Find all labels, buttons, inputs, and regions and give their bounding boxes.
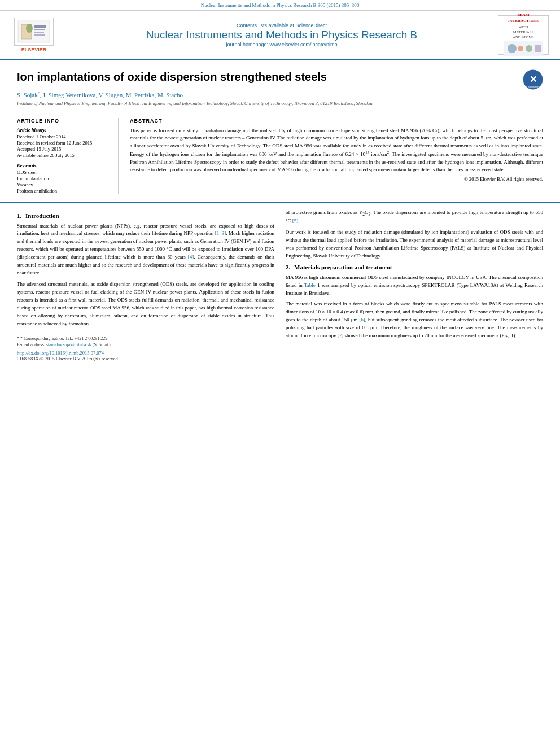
intro-para-1: Structural materials of nuclear power pl… <box>17 222 274 278</box>
available-date: Available online 28 July 2015 <box>17 152 111 158</box>
intro-title: Introduction <box>25 212 59 219</box>
footnote-email: E-mail address: stanislav.sojak@stuba.sk… <box>17 342 274 348</box>
keyword-3: Vacancy <box>17 182 111 187</box>
elsevier-logo: ELSEVIER <box>11 18 56 53</box>
authors-line: S. Sojak*, J. Simeg Veternikova, V. Slug… <box>17 91 543 98</box>
journal-homepage: journal homepage: www.elsevier.com/locat… <box>65 42 498 47</box>
email-label: E-mail address: <box>17 342 45 347</box>
keyword-2: Ion implantation <box>17 176 111 181</box>
abstract-heading: ABSTRACT <box>130 118 543 124</box>
journal-title-block: Contents lists available at ScienceDirec… <box>65 23 498 48</box>
journal-ref-text: Nuclear Instruments and Methods in Physi… <box>201 2 359 8</box>
crossmark-badge: ✕ CrossMark <box>523 69 543 91</box>
homepage-url: www.elsevier.com/locate/nimb <box>270 42 338 47</box>
accepted-date: Accepted 15 July 2015 <box>17 146 111 152</box>
sciencedirect-name: ScienceDirect <box>296 23 327 28</box>
keywords-label: Keywords: <box>17 163 111 168</box>
intro-heading: 1. Introduction <box>17 212 274 219</box>
history-label: Article history: <box>17 127 111 133</box>
footnote-section: * * Corresponding author. Tel.: +421 2 6… <box>17 333 274 361</box>
corresponding-star: * <box>38 91 40 95</box>
copyright-notice: © 2015 Elsevier B.V. All rights reserved… <box>130 176 543 182</box>
email-attribution: (S. Sojak). <box>93 342 112 347</box>
keyword-4: Positron annihilation <box>17 188 111 194</box>
journal-header: ELSEVIER Contents lists available at Sci… <box>0 11 560 60</box>
svg-rect-11 <box>535 45 541 52</box>
intro-number: 1. <box>17 212 21 219</box>
ref-6[interactable]: [6] <box>359 317 365 322</box>
svg-rect-4 <box>34 29 45 30</box>
materials-heading: 2. Materials preparation and treatment <box>286 264 543 270</box>
svg-point-9 <box>518 46 523 51</box>
svg-point-8 <box>508 44 517 53</box>
sciencedirect-line: Contents lists available at ScienceDirec… <box>65 23 498 28</box>
keywords-section: Keywords: ODS steel Ion implantation Vac… <box>17 163 111 194</box>
email-address[interactable]: stanislav.sojak@stuba.sk <box>46 342 91 347</box>
article-info-section: ARTICLE INFO Article history: Received 1… <box>17 118 119 194</box>
materials-title: Materials preparation and treatment <box>294 264 392 270</box>
svg-rect-6 <box>34 34 45 36</box>
abstract-text: This paper is focused on a study of radi… <box>130 127 543 174</box>
ref-7[interactable]: [7] <box>338 333 344 338</box>
affiliation: Institute of Nuclear and Physical Engine… <box>17 101 543 107</box>
svg-rect-3 <box>34 25 46 28</box>
footnote-star-text: * * Corresponding author. Tel.: +421 2 6… <box>17 335 274 342</box>
svg-rect-5 <box>34 32 44 33</box>
article-info-abstract: ARTICLE INFO Article history: Received 1… <box>17 113 543 194</box>
materials-para-1: MA 956 is high chromium commercial ODS s… <box>286 274 543 298</box>
svg-point-2 <box>26 24 33 33</box>
article-title: Ion implantations of oxide dispersion st… <box>17 71 517 84</box>
issn-text: 0168-583X/© 2015 Elsevier B.V. All right… <box>17 356 274 361</box>
article-body: Ion implantations of oxide dispersion st… <box>0 60 560 200</box>
authors-text: S. Sojak*, J. Simeg Veternikova, V. Slug… <box>17 91 183 98</box>
contents-text: Contents lists available at <box>237 23 294 28</box>
materials-para-2: The material was received in a form of b… <box>286 300 543 340</box>
right-intro-para-2: Our work is focused on the study of radi… <box>286 229 543 260</box>
ref-5[interactable]: [5] <box>292 218 299 224</box>
materials-number: 2. <box>286 264 290 270</box>
ref-4[interactable]: [4] <box>188 254 194 260</box>
doi-links: http://dx.doi.org/10.1016/j.nimb.2015.07… <box>17 350 274 361</box>
homepage-label: journal homepage: <box>226 42 268 47</box>
elsevier-logo-image <box>14 18 54 46</box>
doi-url[interactable]: http://dx.doi.org/10.1016/j.nimb.2015.07… <box>17 350 274 356</box>
keyword-1: ODS steel <box>17 169 111 175</box>
title-row: Ion implantations of oxide dispersion st… <box>17 66 543 91</box>
abstract-section: ABSTRACT This paper is focused on a stud… <box>130 118 543 194</box>
svg-text:✕: ✕ <box>530 75 537 84</box>
journal-cover-image: BEAM INTERACTIONS WITH MATERIALS AND ATO… <box>498 15 549 55</box>
intro-para-2: The advanced structural materials, as ox… <box>17 281 274 328</box>
received-date: Received 1 October 2014 <box>17 134 111 139</box>
ref-1-3[interactable]: [1–3] <box>215 230 226 236</box>
footnote-corresponding: * Corresponding author. Tel.: +421 2 602… <box>20 336 108 341</box>
right-column: of protective grains from oxides as Y2O3… <box>286 209 543 362</box>
journal-name: Nuclear Instruments and Methods in Physi… <box>65 28 498 42</box>
revised-date: Received in revised form 12 June 2015 <box>17 140 111 146</box>
article-info-heading: ARTICLE INFO <box>17 118 111 124</box>
svg-point-10 <box>526 45 532 52</box>
elsevier-wordmark: ELSEVIER <box>21 47 47 53</box>
svg-text:CrossMark: CrossMark <box>526 85 540 89</box>
right-intro-para-1: of protective grains from oxides as Y2O3… <box>286 209 543 225</box>
left-column: 1. Introduction Structural materials of … <box>17 209 274 362</box>
main-content: 1. Introduction Structural materials of … <box>0 202 560 368</box>
table-1-ref[interactable]: Table <box>304 282 316 288</box>
journal-reference-bar: Nuclear Instruments and Methods in Physi… <box>0 0 560 11</box>
